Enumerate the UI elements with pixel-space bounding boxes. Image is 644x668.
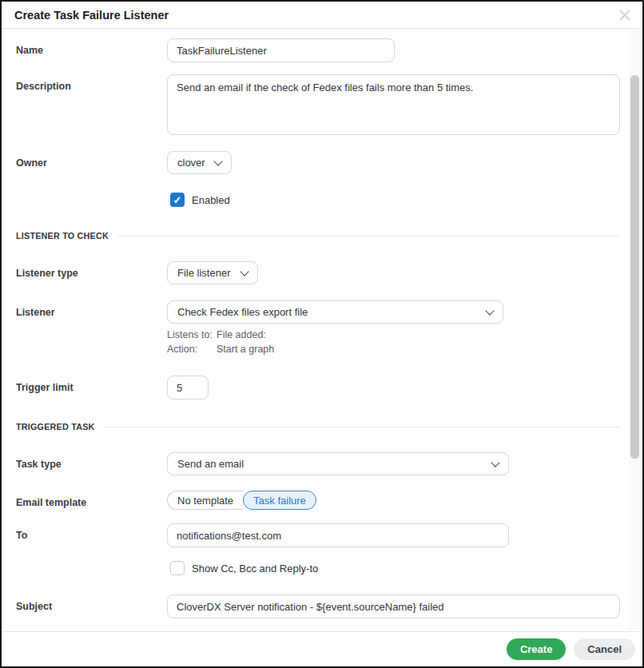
create-button[interactable]: Create (507, 638, 566, 660)
enabled-row: ✓ Enabled (16, 193, 620, 207)
email-template-row: Email template No template Task failure (16, 491, 620, 510)
name-label: Name (16, 38, 167, 56)
segment-task-failure[interactable]: Task failure (243, 491, 316, 510)
description-label: Description (16, 74, 167, 92)
listener-select[interactable]: Check Fedex files export file (167, 300, 503, 324)
modal-title: Create Task Failure Listener (14, 9, 169, 22)
listener-type-row: Listener type File listener (16, 261, 620, 284)
modal-header: Create Task Failure Listener (2, 2, 642, 29)
section-task-title: TRIGGERED TASK (16, 422, 95, 431)
enabled-checkbox-label: Enabled (192, 194, 230, 206)
subject-label: Subject (16, 594, 167, 612)
listener-info-key: Listens to: (167, 329, 217, 340)
section-divider (105, 427, 620, 427)
to-label: To (16, 523, 167, 541)
listener-type-select[interactable]: File listener (167, 261, 258, 284)
email-template-segmented-control: No template Task failure (167, 491, 316, 510)
listener-row: Listener Check Fedex files export file L… (16, 300, 620, 358)
to-input[interactable] (167, 523, 509, 547)
listener-label: Listener (16, 300, 167, 318)
listener-info-row: Action: Start a graph (167, 344, 503, 355)
trigger-limit-label: Trigger limit (16, 376, 167, 393)
vertical-scrollbar[interactable] (629, 30, 641, 630)
listener-select-value: Check Fedex files export file (177, 306, 308, 318)
listener-info-value: Start a graph (217, 344, 274, 355)
listener-info: Listens to: File added: Action: Start a … (167, 329, 503, 355)
description-textarea[interactable]: Send an email if the check of Fedex file… (167, 74, 620, 135)
owner-select[interactable]: clover (167, 151, 232, 174)
modal-body: Name Description Send an email if the ch… (2, 30, 642, 630)
trigger-limit-row: Trigger limit (16, 376, 620, 400)
listener-type-select-value: File listener (177, 267, 230, 279)
listener-info-key: Action: (167, 344, 217, 355)
chevron-down-icon (485, 306, 494, 315)
subject-row: Subject (16, 594, 620, 618)
enabled-checkbox[interactable]: ✓ (170, 193, 185, 207)
name-input[interactable] (167, 38, 395, 62)
chevron-down-icon (240, 267, 248, 276)
subject-input[interactable] (167, 594, 620, 618)
listener-info-row: Listens to: File added: (167, 329, 503, 340)
description-row: Description Send an email if the check o… (16, 74, 620, 135)
scrollbar-thumb[interactable] (630, 75, 639, 459)
task-type-row: Task type Send an email (16, 452, 620, 475)
section-listener-to-check: LISTENER TO CHECK (16, 231, 620, 241)
listener-type-label: Listener type (16, 261, 167, 279)
task-type-select-value: Send an email (177, 458, 244, 470)
to-row: To (16, 523, 620, 547)
cancel-button[interactable]: Cancel (574, 638, 635, 660)
owner-select-value: clover (177, 157, 205, 169)
owner-row: Owner clover (16, 151, 620, 174)
show-cc-checkbox-label: Show Cc, Bcc and Reply-to (192, 563, 318, 575)
modal-footer: Create Cancel (2, 631, 642, 666)
segment-no-template[interactable]: No template (167, 491, 243, 510)
listener-field-group: Check Fedex files export file Listens to… (167, 300, 503, 358)
show-cc-row: Show Cc, Bcc and Reply-to (16, 561, 620, 575)
show-cc-checkbox[interactable] (170, 561, 185, 575)
section-triggered-task: TRIGGERED TASK (16, 422, 620, 431)
email-template-label: Email template (16, 491, 167, 508)
trigger-limit-input[interactable] (167, 376, 209, 400)
section-listener-title: LISTENER TO CHECK (16, 231, 109, 241)
task-type-label: Task type (16, 452, 167, 470)
close-icon[interactable] (618, 8, 632, 22)
chevron-down-icon (213, 157, 222, 165)
chevron-down-icon (491, 458, 499, 467)
listener-info-value: File added: (217, 329, 266, 340)
owner-label: Owner (16, 151, 167, 169)
section-divider (118, 236, 620, 237)
task-type-select[interactable]: Send an email (167, 452, 509, 475)
name-row: Name (16, 38, 620, 62)
